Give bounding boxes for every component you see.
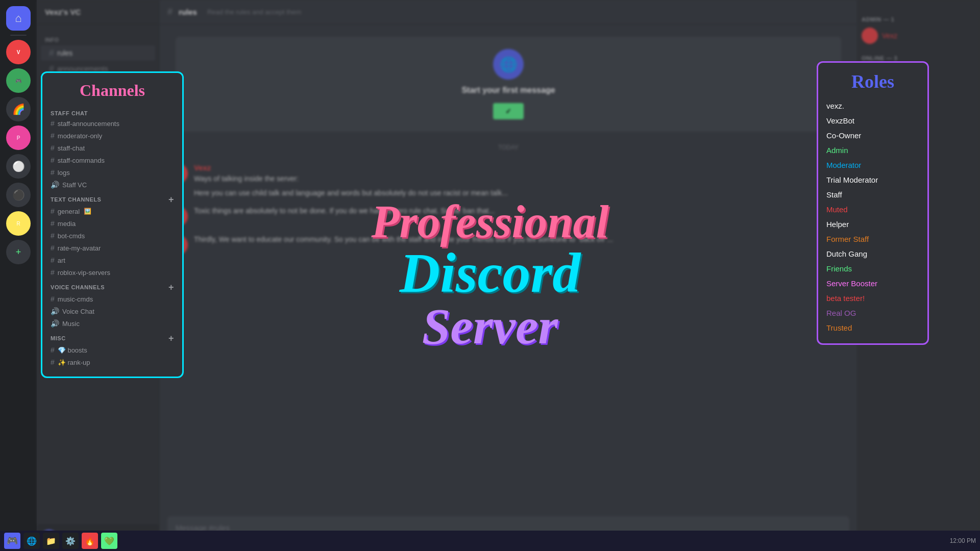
- panel-channel-mod-only[interactable]: # moderator-only: [42, 130, 182, 142]
- role-vexzbot[interactable]: VexzBot: [822, 113, 923, 128]
- text-category-label: TEXT CHANNELS: [51, 196, 101, 203]
- channel-label-scm: staff-commands: [58, 157, 105, 164]
- panel-channel-media[interactable]: # media: [42, 217, 182, 230]
- panel-channel-general[interactable]: # general 🖼️: [42, 205, 182, 217]
- speaker-icon-svc: 🔊: [51, 181, 59, 189]
- panel-channel-music[interactable]: 🔊 Music: [42, 317, 182, 330]
- speaker-icon-vc: 🔊: [51, 307, 59, 315]
- verify-button[interactable]: ✓: [493, 103, 524, 119]
- panel-category-staff[interactable]: STAFF CHAT: [42, 106, 182, 117]
- staff-category-label: STAFF CHAT: [51, 110, 88, 116]
- voice-category-label: VOICE CHANNELS: [51, 284, 105, 290]
- taskbar-browser[interactable]: 🌐: [23, 533, 40, 549]
- header-hash-icon: #: [167, 7, 173, 17]
- server-sidebar: ⌂ V 🎮 🌈 P ⚪ ⚫ R +: [0, 0, 37, 551]
- server-icon-5[interactable]: ⚪: [6, 154, 31, 179]
- server-icon-3[interactable]: 🌈: [6, 97, 31, 121]
- panel-channel-voice-chat[interactable]: 🔊 Voice Chat: [42, 305, 182, 317]
- hash-icon: #: [49, 48, 54, 58]
- hash-icon-rankup: #: [51, 358, 55, 366]
- channels-panel-overlay[interactable]: Channels STAFF CHAT # staff-announcement…: [41, 71, 184, 378]
- member-avatar-1: [862, 28, 878, 44]
- panel-channel-staff-announcements[interactable]: # staff-announcements: [42, 117, 182, 130]
- hash-icon-sa: #: [51, 119, 55, 128]
- msg-author-1: Vexz: [194, 163, 849, 172]
- server-icon-home[interactable]: ⌂: [6, 6, 31, 31]
- server-icon-6[interactable]: ⚫: [6, 183, 31, 207]
- role-vexz[interactable]: vexz.: [822, 98, 923, 113]
- channel-label-mo: moderator-only: [58, 132, 102, 140]
- taskbar-icon-green[interactable]: 💚: [101, 533, 117, 549]
- role-admin[interactable]: Admin: [822, 143, 923, 158]
- hash-icon-art: #: [51, 256, 55, 264]
- server-header[interactable]: Vexz's VC: [37, 0, 159, 24]
- hash-icon-scm: #: [51, 156, 55, 164]
- role-trial-moderator[interactable]: Trial Moderator: [822, 172, 923, 187]
- category-info[interactable]: INFO: [37, 29, 159, 45]
- text-category-add-icon[interactable]: +: [168, 195, 174, 204]
- panel-channel-staff-chat[interactable]: # staff-chat: [42, 142, 182, 154]
- panel-channel-rank-up[interactable]: # ✨ rank-up: [42, 356, 182, 368]
- server-icon-2[interactable]: 🎮: [6, 68, 31, 93]
- role-muted[interactable]: Muted: [822, 202, 923, 217]
- panel-channel-staff-commands[interactable]: # staff-commands: [42, 154, 182, 166]
- panel-category-misc[interactable]: MISC +: [42, 330, 182, 344]
- role-server-booster[interactable]: Server Booster: [822, 276, 923, 291]
- server-icon-4[interactable]: P: [6, 126, 31, 150]
- chat-messages: 🌐 Start your first message ✓ TODAY Vexz …: [159, 24, 857, 516]
- role-moderator[interactable]: Moderator: [822, 158, 923, 172]
- hash-icon-mo: #: [51, 132, 55, 140]
- misc-category-add-icon[interactable]: +: [168, 334, 174, 343]
- server-name: Vexz's VC: [45, 8, 81, 16]
- message-row-3: Thirdly, We want to educate our communit…: [167, 235, 849, 255]
- role-former-staff[interactable]: Former Staff: [822, 232, 923, 246]
- channel-label-l: logs: [58, 169, 70, 177]
- role-helper[interactable]: Helper: [822, 217, 923, 232]
- panel-category-voice[interactable]: VOICE CHANNELS +: [42, 279, 182, 293]
- panel-channel-roblox-vip[interactable]: # roblox-vip-servers: [42, 266, 182, 279]
- msg-content-2: Toxic things are absolutely to not be do…: [194, 206, 849, 216]
- general-emoji: 🖼️: [84, 208, 91, 215]
- role-real-og[interactable]: Real OG: [822, 306, 923, 320]
- role-co-owner[interactable]: Co-Owner: [822, 128, 923, 143]
- panel-channel-boosts[interactable]: # 💎 boosts: [42, 344, 182, 356]
- role-dutch-gang[interactable]: Dutch Gang: [822, 246, 923, 261]
- speaker-icon-m: 🔊: [51, 319, 59, 328]
- panel-channel-rate-my-avatar[interactable]: # rate-my-avatar: [42, 242, 182, 254]
- roles-panel-overlay[interactable]: Roles vexz. VexzBot Co-Owner Admin Moder…: [817, 61, 929, 345]
- taskbar-folder[interactable]: 📁: [43, 533, 59, 549]
- panel-channel-logs[interactable]: # logs: [42, 166, 182, 179]
- panel-channel-art[interactable]: # art: [42, 254, 182, 266]
- role-trusted[interactable]: Trusted: [822, 320, 923, 335]
- chat-header: # rules Read the rules and accept them: [159, 0, 857, 24]
- taskbar-time: 12:00 PM: [950, 537, 976, 544]
- msg-content-1: Vexz Ways of talking inside the server: …: [194, 163, 849, 198]
- member-role-admin: ADMIN — 1: [857, 8, 980, 24]
- welcome-box: 🌐 Start your first message ✓: [176, 37, 841, 132]
- role-staff[interactable]: Staff: [822, 187, 923, 202]
- panel-category-text[interactable]: TEXT CHANNELS +: [42, 191, 182, 205]
- channel-topic: Read the rules and accept them: [207, 8, 301, 16]
- msg-text-rules-3: Thirdly, We want to educate our communit…: [194, 235, 849, 245]
- taskbar-discord[interactable]: 🎮: [4, 533, 20, 549]
- server-icon-7[interactable]: R: [6, 211, 31, 236]
- hash-icon-mc: #: [51, 295, 55, 303]
- panel-channel-staff-vc[interactable]: 🔊 Staff VC: [42, 179, 182, 191]
- msg-text-rules-1: Here you can use child talk and language…: [194, 188, 849, 198]
- msg-content-3: Thirdly, We want to educate our communit…: [194, 235, 849, 245]
- channel-label-rma: rate-my-avatar: [58, 244, 101, 252]
- member-item-1[interactable]: Vexz: [857, 24, 980, 47]
- role-beta-tester[interactable]: beta tester!: [822, 291, 923, 306]
- server-icon-1[interactable]: V: [6, 40, 31, 64]
- message-row-1: Vexz Ways of talking inside the server: …: [167, 163, 849, 198]
- channel-rules[interactable]: # rules: [41, 45, 155, 61]
- taskbar-settings[interactable]: ⚙️: [62, 533, 79, 549]
- role-friends[interactable]: Friends: [822, 261, 923, 276]
- voice-category-add-icon[interactable]: +: [168, 283, 174, 292]
- server-icon-8[interactable]: +: [6, 240, 31, 264]
- channels-panel-title: Channels: [42, 81, 182, 100]
- panel-channel-music-cmds[interactable]: # music-cmds: [42, 293, 182, 305]
- taskbar-icon-red[interactable]: 🔥: [82, 533, 98, 549]
- panel-channel-bot-cmds[interactable]: # bot-cmds: [42, 230, 182, 242]
- hash-icon-gen: #: [51, 207, 55, 215]
